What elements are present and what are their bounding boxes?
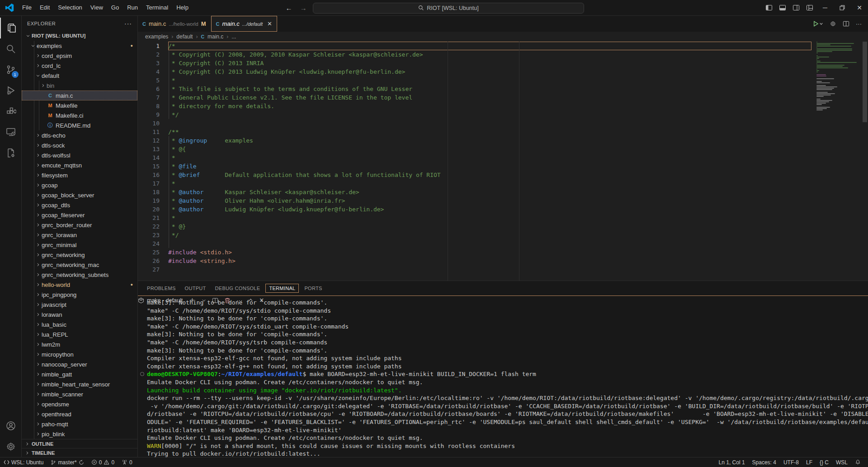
panel-tab-ports[interactable]: PORTS xyxy=(301,284,326,293)
tree-item-dtls-wolfssl[interactable]: dtls-wolfssl xyxy=(22,150,137,160)
tree-item-Makefile.ci[interactable]: MMakefile.ci xyxy=(22,110,137,120)
toggle-secondary-sidebar-icon[interactable] xyxy=(789,0,803,15)
tree-item-dtls-sock[interactable]: dtls-sock xyxy=(22,140,137,150)
tree-item-emcute_mqttsn[interactable]: emcute_mqttsn xyxy=(22,160,137,170)
tree-item-pio_blink[interactable]: pio_blink xyxy=(22,429,137,439)
tree-item-nanocoap_server[interactable]: nanocoap_server xyxy=(22,359,137,369)
panel-tab-terminal[interactable]: TERMINAL xyxy=(265,284,299,293)
breadcrumb-item-mainc[interactable]: main.c xyxy=(208,33,223,40)
tree-item-gnrc_border_router[interactable]: gnrc_border_router xyxy=(22,220,137,230)
file-settings-icon[interactable] xyxy=(0,143,22,163)
statusbar-eol[interactable]: LF xyxy=(802,457,816,467)
tree-item-cord_lc[interactable]: cord_lc xyxy=(22,61,137,71)
split-editor-icon[interactable] xyxy=(843,20,849,27)
close-window-button[interactable]: ✕ xyxy=(851,0,868,15)
menu-run[interactable]: Run xyxy=(123,2,142,13)
tree-item-lwm2m[interactable]: lwm2m xyxy=(22,339,137,349)
settings-gear-icon[interactable] xyxy=(0,436,22,457)
tree-item-nimble_gatt[interactable]: nimble_gatt xyxy=(22,369,137,379)
tree-item-default[interactable]: default xyxy=(22,71,137,81)
panel-tab-debug-console[interactable]: DEBUG CONSOLE xyxy=(212,284,264,293)
code-editor[interactable]: 1/*2 * Copyright (C) 2008, 2009, 2010 Ka… xyxy=(138,42,868,281)
tree-item-dtls-echo[interactable]: dtls-echo xyxy=(22,130,137,140)
tree-item-RIOT [WSL: UBUNTU][interactable]: RIOT [WSL: UBUNTU] xyxy=(22,31,137,41)
editor-tab-2[interactable]: Cmain.c.../default✕ xyxy=(211,16,277,32)
tree-item-examples[interactable]: examples● xyxy=(22,41,137,51)
terminal-output[interactable]: make[3]: Nothing to be done for 'compile… xyxy=(138,295,868,457)
tree-item-lorawan[interactable]: lorawan xyxy=(22,310,137,319)
statusbar-notifications[interactable] xyxy=(851,457,864,467)
tree-item-gcoap_block_server[interactable]: gcoap_block_server xyxy=(22,190,137,200)
tree-item-micropython[interactable]: micropython xyxy=(22,349,137,359)
editor-tab-1[interactable]: Cmain.c.../hello-worldM xyxy=(138,16,211,32)
customize-layout-icon[interactable] xyxy=(803,0,816,15)
account-icon[interactable] xyxy=(0,415,22,436)
panel-tab-output[interactable]: OUTPUT xyxy=(181,284,210,293)
command-decoration-icon[interactable] xyxy=(140,372,144,376)
tree-item-bin[interactable]: bin xyxy=(22,81,137,91)
breadcrumb-item-[interactable]: ... xyxy=(231,33,236,40)
tree-item-gnrc_lorawan[interactable]: gnrc_lorawan xyxy=(22,230,137,240)
run-debug-icon[interactable] xyxy=(0,80,22,101)
breadcrumb-item-examples[interactable]: examples xyxy=(145,33,168,40)
tree-item-ipc_pingpong[interactable]: ipc_pingpong xyxy=(22,290,137,300)
statusbar-ports[interactable]: 0 xyxy=(118,457,136,467)
back-button[interactable]: ← xyxy=(284,4,294,12)
tree-item-main.c[interactable]: Cmain.c xyxy=(22,91,137,100)
breadcrumb-item-default[interactable]: default xyxy=(176,33,193,40)
menu-go[interactable]: Go xyxy=(107,2,123,13)
menu-selection[interactable]: Selection xyxy=(54,2,86,13)
minimap[interactable] xyxy=(816,42,862,281)
toggle-sidebar-icon[interactable] xyxy=(762,0,776,15)
tree-item-nimble_scanner[interactable]: nimble_scanner xyxy=(22,389,137,399)
extensions-icon[interactable] xyxy=(0,101,22,122)
menu-edit[interactable]: Edit xyxy=(36,2,54,13)
statusbar-remote-indicator[interactable]: WSL: Ubuntu xyxy=(0,457,47,467)
command-center-search[interactable]: RIOT [WSL: Ubuntu] xyxy=(313,3,584,14)
tree-item-gcoap_fileserver[interactable]: gcoap_fileserver xyxy=(22,210,137,220)
editor-scrollbar[interactable] xyxy=(862,42,868,281)
editor-settings-gear-icon[interactable] xyxy=(830,20,836,27)
tree-item-hello-world[interactable]: hello-world● xyxy=(22,280,137,290)
tree-item-gnrc_networking_subnets[interactable]: gnrc_networking_subnets xyxy=(22,270,137,280)
menu-terminal[interactable]: Terminal xyxy=(142,2,172,13)
forward-button[interactable]: → xyxy=(298,4,308,12)
tree-item-gnrc_networking_mac[interactable]: gnrc_networking_mac xyxy=(22,260,137,270)
tree-item-lua_basic[interactable]: lua_basic xyxy=(22,319,137,329)
tab-close-icon[interactable]: ✕ xyxy=(267,20,272,27)
statusbar-problems[interactable]: 00 xyxy=(88,457,118,467)
tree-item-gnrc_networking[interactable]: gnrc_networking xyxy=(22,250,137,260)
tree-item-javascript[interactable]: javascript xyxy=(22,300,137,310)
tree-item-cord_epsim[interactable]: cord_epsim xyxy=(22,51,137,61)
statusbar-cursor-position[interactable]: Ln 1, Col 1 xyxy=(715,457,749,467)
tree-item-lua_REPL[interactable]: lua_REPL xyxy=(22,329,137,339)
menu-help[interactable]: Help xyxy=(172,2,193,13)
tree-item-Makefile[interactable]: MMakefile xyxy=(22,100,137,110)
statusbar-wsl-indicator[interactable]: WSL xyxy=(832,457,851,467)
statusbar-language-mode[interactable]: {} C xyxy=(816,457,832,467)
remote-explorer-icon[interactable] xyxy=(0,122,22,143)
section-outline[interactable]: OUTLINE xyxy=(22,439,137,448)
section-timeline[interactable]: TIMELINE xyxy=(22,448,137,457)
explorer-more-actions-icon[interactable]: ··· xyxy=(124,20,132,27)
explorer-icon[interactable] xyxy=(0,18,22,38)
tree-item-gcoap[interactable]: gcoap xyxy=(22,180,137,190)
tree-item-nimble_heart_rate_sensor[interactable]: nimble_heart_rate_sensor xyxy=(22,379,137,389)
breadcrumb[interactable]: examples›default›Cmain.c›... xyxy=(138,32,868,42)
statusbar-encoding[interactable]: UTF-8 xyxy=(780,457,802,467)
menu-view[interactable]: View xyxy=(86,2,107,13)
panel-tab-problems[interactable]: PROBLEMS xyxy=(143,284,179,293)
source-control-icon[interactable]: 1 xyxy=(0,59,22,80)
restore-button[interactable] xyxy=(834,0,851,15)
tree-item-gcoap_dtls[interactable]: gcoap_dtls xyxy=(22,200,137,210)
tree-item-paho-mqtt[interactable]: paho-mqtt xyxy=(22,419,137,429)
toggle-panel-icon[interactable] xyxy=(776,0,789,15)
minimize-button[interactable]: ─ xyxy=(816,0,834,15)
search-icon[interactable] xyxy=(0,38,22,59)
run-c-file-icon[interactable] xyxy=(812,20,823,27)
editor-more-actions-icon[interactable]: ··· xyxy=(856,20,862,27)
menu-file[interactable]: File xyxy=(18,2,36,13)
tree-item-gnrc_minimal[interactable]: gnrc_minimal xyxy=(22,240,137,250)
statusbar-indentation[interactable]: Spaces: 4 xyxy=(749,457,780,467)
statusbar-git-branch[interactable]: master* xyxy=(47,457,87,467)
